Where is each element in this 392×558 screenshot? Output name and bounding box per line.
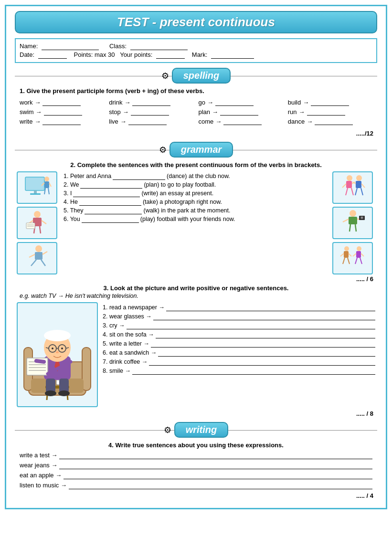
verb-dance-blank[interactable] [315,117,353,125]
svg-line-28 [346,188,348,195]
verb-work: work → [20,98,104,106]
q4-title: 4. Write true sentences about you using … [15,442,377,449]
svg-line-26 [342,184,346,188]
verb-stop-blank[interactable] [131,108,169,116]
spelling-score: ...../12 [15,130,373,137]
gear-icon: ⚙ [161,71,169,81]
your-points-blank[interactable] [156,51,185,59]
grammar-score: ..... / 6 [15,275,373,283]
svg-line-41 [355,224,356,232]
verb-live: live → [109,117,193,125]
svg-point-75 [52,347,53,349]
svg-point-76 [61,347,63,349]
svg-rect-0 [25,177,44,190]
svg-line-12 [42,221,46,224]
q1-title: 1. Give the present participle forms (ve… [20,87,377,95]
sentence-5: 5. They (walk) in the park at the moment… [64,207,328,214]
item4-blank[interactable] [156,331,375,338]
image-writing [17,207,57,239]
svg-point-44 [361,217,362,219]
svg-rect-52 [356,251,361,258]
writing-svg [21,209,54,237]
svg-line-14 [40,226,41,233]
mark-blank[interactable] [211,51,254,59]
writing-item-2: wear jeans → [20,462,372,469]
item6-blank[interactable] [158,349,375,357]
item-1: 1. read a newspaper → [103,304,375,311]
verb-come: come → [199,117,283,125]
writing-item-4: listen to music → [20,482,372,489]
images-right [332,171,375,274]
camera-svg [336,209,370,237]
sentences-list: 1. Peter and Anna (dance) at the club no… [64,171,328,274]
verb-drink-blank[interactable] [132,98,170,106]
s1-blank[interactable] [113,173,165,180]
title-bar: TEST - present continuous [15,11,377,33]
svg-line-21 [42,252,47,254]
item-8: 8. smile → [103,368,375,375]
grammar-score2: ..... / 8 [15,410,373,417]
item3-blank[interactable] [127,322,375,329]
svg-point-24 [347,175,352,181]
q3-title: 3. Look at the picture and write positiv… [15,284,377,292]
writing3-blank[interactable] [64,472,372,479]
class-blank[interactable] [130,42,188,50]
date-blank[interactable] [38,51,67,59]
writing4-blank[interactable] [69,482,372,489]
s5-blank[interactable] [85,207,142,214]
verb-swim-blank[interactable] [44,108,82,116]
verb-plan-blank[interactable] [220,108,258,116]
page: TEST - present continuous Name: Class: D… [5,5,387,509]
verb-run-blank[interactable] [307,108,345,116]
svg-rect-15 [26,223,35,229]
item-3: 3. cry → [103,322,375,329]
verb-dance: dance → [288,117,372,125]
name-blank[interactable] [42,42,99,50]
page-title: TEST - present continuous [23,15,369,30]
item-6: 6. eat a sandwich → [103,349,375,357]
verb-build: build → [288,98,372,106]
sentence-3: 3. I (write) an essay at present. [64,190,328,197]
q2-title: 2. Complete the sentences with the prese… [15,161,377,168]
svg-line-55 [355,258,357,264]
verb-write-blank[interactable] [42,117,81,125]
svg-point-18 [35,245,42,252]
s6-blank[interactable] [82,216,139,223]
svg-line-22 [31,260,36,266]
images-left [17,171,60,274]
verb-work-blank[interactable] [42,98,81,106]
svg-line-48 [349,253,351,256]
old-man-svg [19,305,95,405]
info-row-date: Date: Points: max 30 Your points: Mark: [20,51,372,59]
svg-line-56 [360,258,362,264]
svg-line-34 [355,188,357,195]
svg-line-23 [41,260,45,266]
svg-line-8 [48,188,49,194]
writing1-blank[interactable] [59,452,372,459]
verb-build-blank[interactable] [311,98,349,106]
dancing-svg [336,173,370,202]
s4-blank[interactable] [79,199,141,206]
writing-label: writing [174,422,229,438]
item7-blank[interactable] [149,358,375,366]
verb-live-blank[interactable] [128,117,167,125]
items-list: 1. read a newspaper → 2. wear glasses → … [103,302,375,407]
item2-blank[interactable] [153,313,375,320]
writing-header: ⚙ writing [15,422,377,438]
item8-blank[interactable] [132,368,375,375]
verb-go-blank[interactable] [215,98,254,106]
svg-point-36 [350,210,356,217]
verb-come-blank[interactable] [223,117,262,125]
item5-blank[interactable] [151,340,375,347]
svg-rect-31 [356,181,361,188]
writing2-blank[interactable] [59,462,372,469]
q3-example: e.g. watch TV → He isn't watching televi… [20,293,372,299]
s2-blank[interactable] [80,181,142,189]
svg-point-87 [45,390,56,396]
running-svg [21,244,54,273]
s3-blank[interactable] [73,190,140,197]
verbs-grid: work → drink → go → build → swim → stop … [20,98,372,125]
sentence-2: 2. We (plan) to go to play football. [64,181,328,189]
item1-blank[interactable] [166,304,375,311]
sentence-6: 6. You (play) football with your friends… [64,216,328,223]
